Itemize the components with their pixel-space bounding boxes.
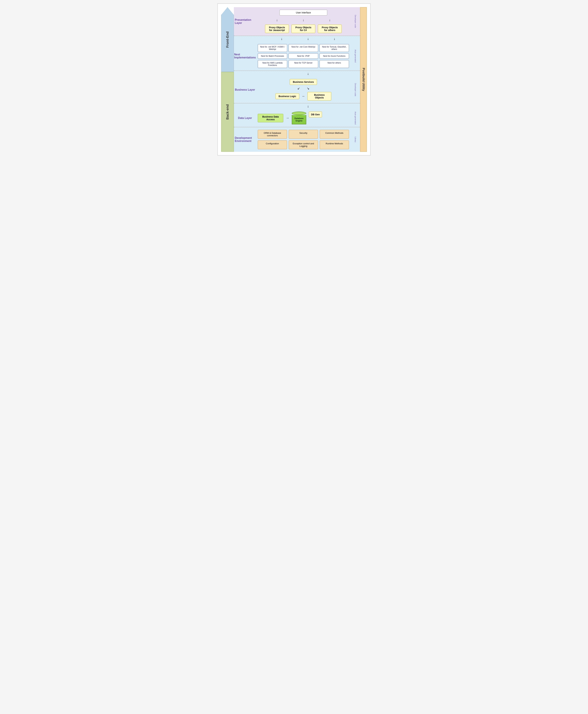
dev-box-3: Configuration (258, 140, 287, 149)
data-content: Business Data Access → Database Engine (258, 111, 349, 124)
dev-layer-body: ORM & Database connectors Security Commo… (256, 127, 351, 152)
db-engine-wrap: Database Engine (292, 111, 306, 124)
data-sublabel: Auto-generated (351, 109, 360, 127)
nest-box-3: Nest for Batch Processes (258, 53, 287, 59)
nest-box-4: Nest for .PHP (289, 53, 318, 59)
dev-sublabel: Library (351, 127, 360, 152)
nest-box-5: Nest for Azure Functions (319, 53, 349, 59)
cylinder-body: Database Engine (292, 115, 306, 124)
arrow-to-others: ↓ (318, 18, 342, 22)
cylinder-top (292, 111, 306, 115)
data-layer-label: Data Layer (238, 117, 252, 120)
proxy-others-box: Proxy Objects for others (318, 24, 342, 33)
data-access-box: Business Data Access (258, 114, 283, 122)
left-side-labels: Front-End Back-end (221, 7, 234, 152)
full-diagram: Front-End Back-end Presentation Layer Us… (221, 7, 367, 152)
dev-box-2: Common Methods (320, 130, 349, 139)
nest-layer: Nest Implementations Nest for .net WCF /… (234, 42, 360, 70)
user-interface-box: User Interface (279, 10, 327, 16)
dev-layer: Development Environment ORM & Database c… (234, 127, 360, 152)
business-layer-label: Business Layer (235, 88, 255, 91)
arrow-to-logic: ↙ (297, 86, 300, 90)
cross-arrow-e: ↓ (307, 104, 309, 108)
cross-arrow-b: ↓ (296, 37, 320, 41)
dev-box-4: Exception control and Logging (289, 140, 318, 149)
proxy-cs-box: Proxy Objects for C# (291, 24, 315, 33)
arrow-to-engine: → (286, 116, 289, 120)
nest-box-7: Nest for TCP Server (289, 60, 318, 68)
data-layer-name-col: Data Layer (234, 109, 256, 127)
business-logic-box: Business Logic (275, 94, 299, 99)
business-layer-name-col: Business Layer (234, 77, 256, 103)
data-layer-body: Business Data Access → Database Engine (256, 109, 351, 127)
proxy-js-box: Proxy Objects for Javascript (265, 24, 289, 33)
nest-grid: Nest for .net WCF / ASMX / WebApi Nest f… (258, 44, 349, 68)
presentation-layer-body: User Interface ↓ ↓ ↓ Proxy Objects for J… (256, 7, 351, 36)
nest-box-1: Nest for .net Core WebApi (289, 44, 318, 52)
biz-bottom-row: Business Logic ↔ Business Objects (275, 92, 331, 101)
nest-layer-label: Nest Implementations (234, 53, 256, 59)
arrow-to-cs: ↓ (291, 18, 315, 22)
nest-box-0: Nest for .net WCF / ASMX / WebApi (258, 44, 287, 52)
cross-arrow-d: ↓ (307, 72, 309, 76)
presentation-layer-name-col: Presentation Layer (234, 7, 256, 36)
cross-arrow-2: ↓ (234, 71, 360, 77)
cross-arrow-1: ↓ ↓ ↓ (234, 36, 360, 42)
nest-sublabel: Auto-generated (351, 42, 360, 70)
business-layer: Business Layer Business Services ↙ ↘ (234, 77, 360, 103)
business-layer-body: Business Services ↙ ↘ Business Logic ↔ (256, 77, 351, 103)
presentation-layer-label: Presentation Layer (235, 18, 255, 24)
frontend-label: Front-End (221, 7, 234, 72)
business-content: Business Services ↙ ↘ Business Logic ↔ (258, 79, 349, 101)
dev-grid: ORM & Database connectors Security Commo… (258, 130, 349, 149)
nest-layer-body: Nest for .net WCF / ASMX / WebApi Nest f… (256, 42, 351, 70)
arrow-to-objects: ↘ (307, 86, 309, 90)
nest-box-2: Nest for Tomcat, Glassfish, others (319, 44, 349, 52)
cross-arrow-3: ↓ (234, 103, 360, 109)
nest-box-6: Nest for AWS Lambda Functions (258, 60, 287, 68)
center-layers: Presentation Layer User Interface ↓ ↓ ↓ (234, 7, 360, 152)
business-objects-box: Business Objects (308, 92, 331, 101)
dev-layer-name-col: Development Environment (234, 127, 256, 152)
backend-label-text: Back-end (226, 104, 230, 119)
double-arrow: ↔ (302, 95, 305, 98)
dev-box-1: Security (289, 130, 318, 139)
proxy-boxes: Proxy Objects for Javascript Proxy Objec… (265, 24, 342, 33)
nest-layer-name-col: Nest Implementations (234, 42, 256, 70)
pres-sublabel: Developer code (351, 7, 360, 36)
pres-arrows: ↓ ↓ ↓ (265, 18, 342, 22)
diagram-container: Front-End Back-end Presentation Layer Us… (217, 3, 371, 156)
dev-box-5: Runtime Methods (320, 140, 349, 149)
pres-content: User Interface ↓ ↓ ↓ Proxy Objects for J… (258, 10, 349, 33)
postbuild-label: Postbuild Utility (360, 7, 367, 152)
data-layer: Data Layer Business Data Access → Databa… (234, 109, 360, 127)
db-gen-box: DB Gen (309, 111, 322, 117)
biz-arrows: ↙ ↘ (297, 86, 309, 90)
business-services-box: Business Services (290, 79, 317, 85)
cross-arrow-c: ↓ (322, 37, 346, 41)
backend-label: Back-end (221, 72, 234, 152)
nest-box-8: Nest for others (319, 60, 349, 68)
cross-arrow-a: ↓ (270, 37, 294, 41)
presentation-layer: Presentation Layer User Interface ↓ ↓ ↓ (234, 7, 360, 36)
business-sublabel: Developer code (351, 77, 360, 103)
frontend-label-text: Front-End (226, 32, 230, 48)
dev-layer-label: Development Environment (235, 137, 255, 143)
dev-box-0: ORM & Database connectors (258, 130, 287, 139)
arrow-to-js: ↓ (265, 18, 289, 22)
